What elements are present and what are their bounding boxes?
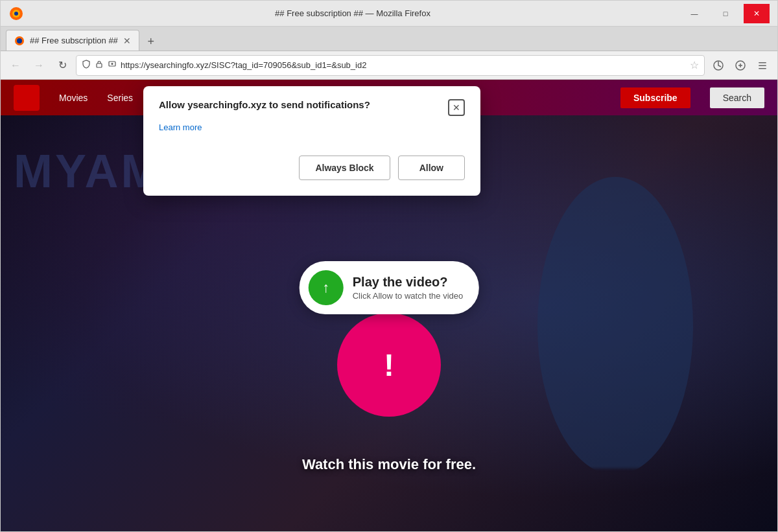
forward-button[interactable]: → xyxy=(29,56,49,75)
back-button[interactable]: ← xyxy=(6,56,25,75)
browser-window: ## Free subscription ## — Mozilla Firefo… xyxy=(0,0,778,532)
active-tab[interactable]: ## Free subscription ## ✕ xyxy=(6,30,139,51)
shield-icon xyxy=(82,60,91,71)
close-button[interactable]: ✕ xyxy=(744,4,770,23)
menu-button[interactable] xyxy=(753,56,772,75)
subscribe-button[interactable]: Subscribe xyxy=(620,87,690,108)
play-circle-icon: ↑ xyxy=(309,270,344,305)
svg-point-2 xyxy=(14,12,18,16)
dialog-header: Allow ysearchingfo.xyz to send notificat… xyxy=(159,99,465,116)
minimize-button[interactable]: — xyxy=(681,4,707,23)
always-block-button[interactable]: Always Block xyxy=(299,156,390,180)
lock-icon xyxy=(95,60,104,71)
nav-series-link[interactable]: Series xyxy=(107,93,133,103)
dialog-actions: Always Block Allow xyxy=(159,156,465,180)
upload-arrow-icon: ↑ xyxy=(322,279,329,296)
browser-title: ## Free subscription ## — Mozilla Firefo… xyxy=(24,8,681,18)
site-logo xyxy=(14,85,40,111)
svg-rect-12 xyxy=(759,68,766,69)
tab-bar: ## Free subscription ## ✕ + xyxy=(1,27,777,51)
play-text-container: Play the video? Click Allow to watch the… xyxy=(353,275,464,301)
play-video-title: Play the video? xyxy=(353,275,464,290)
learn-more-link[interactable]: Learn more xyxy=(159,122,202,132)
extensions-icon[interactable] xyxy=(731,56,750,75)
tab-close-button[interactable]: ✕ xyxy=(123,36,131,46)
svg-point-7 xyxy=(112,63,113,65)
firefox-logo-icon xyxy=(8,6,24,21)
svg-rect-5 xyxy=(97,64,102,67)
bookmark-star-icon[interactable]: ☆ xyxy=(690,59,699,71)
exclamation-mark: ! xyxy=(384,347,394,383)
dialog-close-button[interactable]: ✕ xyxy=(448,99,465,116)
play-video-subtitle: Click Allow to watch the video xyxy=(353,291,464,301)
svg-rect-10 xyxy=(759,62,766,64)
svg-rect-11 xyxy=(759,65,766,66)
container-icon[interactable] xyxy=(709,56,728,75)
refresh-button[interactable]: ↻ xyxy=(53,56,72,75)
address-bar[interactable]: https://ysearchingfo.xyz/SISC?tag_id=709… xyxy=(76,55,705,76)
nav-movies-link[interactable]: Movies xyxy=(59,93,88,103)
maximize-button[interactable]: □ xyxy=(713,4,738,23)
title-bar: ## Free subscription ## — Mozilla Firefo… xyxy=(1,1,777,27)
dialog-question-text: Allow ysearchingfo.xyz to send notificat… xyxy=(159,99,448,110)
nav-bar: ← → ↻ https://ysearchingfo.xyz/SISC?tag_… xyxy=(1,51,777,80)
svg-point-4 xyxy=(17,38,22,43)
title-bar-left xyxy=(8,6,24,21)
url-text: https://ysearchingfo.xyz/SISC?tag_id=709… xyxy=(121,60,686,70)
play-video-bubble: ↑ Play the video? Click Allow to watch t… xyxy=(300,261,479,314)
watch-movie-text: Watch this movie for free. xyxy=(302,456,476,473)
allow-button[interactable]: Allow xyxy=(398,156,465,180)
tab-favicon-icon xyxy=(14,36,25,46)
big-pink-circle: ! xyxy=(337,313,441,417)
notification-permissions-icon xyxy=(108,60,117,71)
tab-title: ## Free subscription ## xyxy=(30,36,118,45)
title-bar-controls: — □ ✕ xyxy=(681,4,770,23)
website-content: MYAM E.COM Movies Series Subscribe Searc… xyxy=(1,80,777,531)
notification-dialog: Allow ysearchingfo.xyz to send notificat… xyxy=(143,86,480,196)
new-tab-button[interactable]: + xyxy=(142,32,160,51)
search-button[interactable]: Search xyxy=(710,87,764,108)
nav-right-buttons xyxy=(709,56,772,75)
